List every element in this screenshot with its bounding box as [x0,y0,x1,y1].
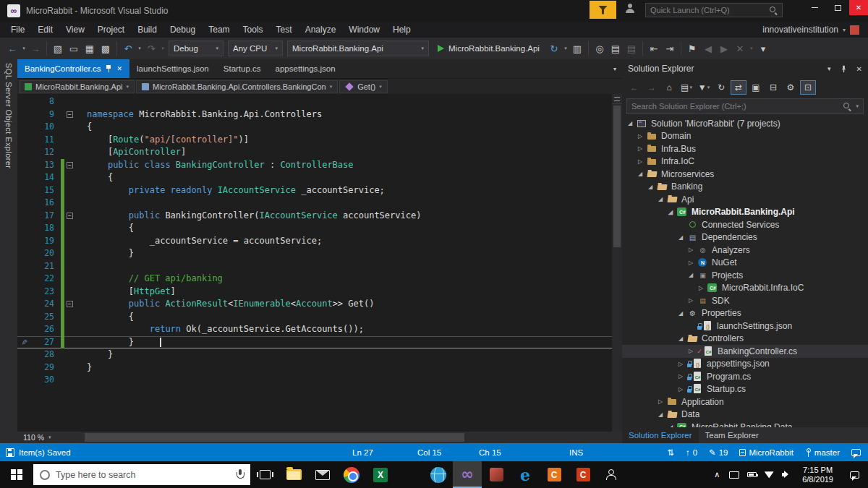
breadcrumb-segment[interactable]: MicroRabbit.Banking.Api.Controllers.Bank… [136,80,338,93]
taskbar-search-input[interactable] [56,470,230,480]
gutter-margin[interactable] [17,247,30,260]
vertical-scrollbar[interactable] [612,94,622,432]
chevron-collapsed-icon[interactable]: ▷ [676,373,686,380]
menu-item-help[interactable]: Help [386,22,417,37]
refresh-icon[interactable]: ↻ [546,40,562,57]
solution-configurations-dropdown[interactable]: Debug▾ [169,40,224,56]
chevron-expanded-icon[interactable]: ◢ [676,335,686,342]
breadcrumb-segment[interactable]: MicroRabbit.Banking.Api▾ [19,80,135,93]
gutter-margin[interactable] [17,298,30,311]
tree-item-microrabbit-banking-api[interactable]: ◢C#MicroRabbit.Banking.Api [622,206,868,219]
send-feedback-icon[interactable] [624,3,637,16]
tab-list-dropdown-icon[interactable]: ▾ [613,59,616,78]
pin-icon[interactable] [106,64,111,73]
refresh-icon[interactable]: ↻ [713,80,729,95]
chevron-collapsed-icon[interactable]: ▷ [696,285,706,291]
repository-indicator[interactable]: MicroRabbit [739,448,793,457]
chevron-expanded-icon[interactable]: ◢ [635,171,645,177]
clock[interactable]: 7:15 PM 6/8/2019 [795,466,841,484]
increase-indent-icon[interactable]: ⇥ [662,40,678,57]
undo-icon[interactable]: ↶ [120,40,136,57]
code-text[interactable]: return Ok(_accountService.GetAccounts())… [77,323,612,336]
dropdown-caret-icon[interactable]: ▾ [20,46,27,51]
solution-platforms-dropdown[interactable]: Any CPU▾ [228,40,283,56]
line-number[interactable]: 16 [30,197,61,210]
minimize-button[interactable] [803,0,826,15]
code-text[interactable]: public ActionResult<IEnumerable<Account>… [77,298,612,311]
chevron-collapsed-icon[interactable]: ▷ [676,386,686,393]
chevron-collapsed-icon[interactable]: ▷ [635,133,645,140]
chevron-collapsed-icon[interactable]: ▷ [676,361,686,367]
line-number[interactable]: 8 [30,95,61,108]
editor-tab-startup-cs[interactable]: Startup.cs [216,59,268,78]
tree-item-sdk[interactable]: ▷▤SDK [622,294,868,307]
line-number[interactable]: 30 [30,374,61,387]
code-line[interactable]: 22 // GET api/banking [17,273,612,286]
tree-item-launchsettings-json[interactable]: {}launchSettings.json [622,320,868,333]
code-text[interactable]: { [77,121,612,134]
close-button[interactable]: ✕ [849,0,868,15]
taskbar-search-box[interactable] [33,464,250,485]
chevron-collapsed-icon[interactable]: ▷ [686,260,696,266]
menu-item-file[interactable]: File [4,22,31,37]
chevron-expanded-icon[interactable]: ◢ [625,120,635,127]
chevron-down-icon[interactable]: ▾ [856,103,859,109]
gutter-margin[interactable] [17,121,30,134]
find-in-files-icon[interactable]: ◎ [592,40,608,57]
code-text[interactable] [77,260,612,273]
code-text[interactable]: [HttpGet] [77,286,612,299]
code-text[interactable]: { [77,171,612,184]
file-explorer-app-icon[interactable] [279,461,308,488]
code-line[interactable]: 24− public ActionResult<IEnumerable<Acco… [17,298,612,311]
home-icon[interactable]: ⌂ [661,80,677,95]
open-file-icon[interactable]: ▭ [66,40,82,57]
menu-item-edit[interactable]: Edit [31,22,59,37]
gutter-margin[interactable]: ✎ [17,336,30,349]
display-tray-icon[interactable] [726,461,743,488]
code-text[interactable]: { [77,311,612,324]
pending-edits[interactable]: ✎19 [709,448,728,458]
code-line[interactable]: 10{ [17,121,612,134]
dropdown-caret-icon[interactable]: ▾ [159,46,166,51]
network-tray-icon[interactable] [760,461,778,488]
code-editor[interactable]: 89−namespace MicroRabbit.Banking.Api.Con… [17,94,622,432]
tool-tab-solution-explorer[interactable]: Solution Explorer [622,427,699,443]
code-text[interactable]: } [77,336,612,349]
editor-tab-appsettings-json[interactable]: appsettings.json [268,59,343,78]
character-indicator[interactable]: Ch 15 [479,443,501,461]
line-number[interactable]: 28 [30,348,61,361]
code-line[interactable]: 23 [HttpGet] [17,286,612,299]
navigate-forward-icon[interactable]: → [27,40,43,57]
code-line[interactable]: 29} [17,361,612,374]
code-line[interactable]: 11 [Route("api/[controller]")] [17,134,612,147]
edge-app-icon[interactable]: e [511,461,540,488]
collapse-all-icon[interactable]: ⊟ [765,80,781,95]
tree-item-program-cs[interactable]: ▷C#Program.cs [622,370,868,383]
gutter-margin[interactable] [17,286,30,299]
zoom-control[interactable]: 110 % ▾ [17,433,57,442]
tree-item-projects[interactable]: ◢▣Projects [622,269,868,282]
close-icon[interactable]: ✕ [856,65,862,73]
gutter-margin[interactable] [17,134,30,147]
sync-with-active-document-icon[interactable]: ⇄ [731,80,746,95]
line-number[interactable]: 29 [30,361,61,374]
menu-item-team[interactable]: Team [202,22,236,37]
search-solution-explorer-input[interactable] [631,102,839,111]
quick-actions-icon[interactable]: ✎ [20,339,27,345]
chevron-collapsed-icon[interactable]: ▷ [655,398,665,405]
code-text[interactable]: } [77,361,612,374]
line-number[interactable]: 26 [30,323,61,336]
tree-item-data[interactable]: ◢Data [622,408,868,421]
line-number[interactable]: 25 [30,311,61,324]
code-text[interactable]: [ApiController] [77,146,612,159]
menu-item-project[interactable]: Project [91,22,131,37]
line-number[interactable]: 14 [30,171,61,184]
navigate-forward-icon[interactable]: → [644,80,660,95]
navigate-backward-icon[interactable]: ← [4,40,20,57]
tree-item-dependencies[interactable]: ◢▤Dependencies [622,231,868,244]
vertical-scrollbar-thumb[interactable] [613,106,621,247]
gutter-margin[interactable] [17,171,30,184]
gutter-margin[interactable] [17,108,30,121]
collapse-toggle-icon[interactable]: − [67,213,73,219]
sql-server-object-explorer-tab[interactable]: SQL Server Object Explorer [4,59,13,168]
